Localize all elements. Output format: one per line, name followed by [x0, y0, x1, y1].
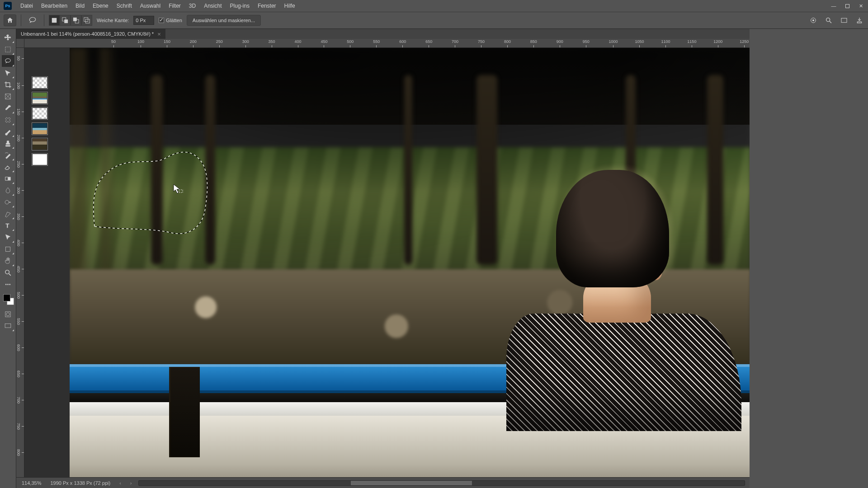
eraser-tool[interactable] — [2, 161, 14, 173]
zoom-display[interactable]: 114,35% — [22, 480, 41, 486]
type-tool[interactable]: T — [2, 220, 14, 231]
menu-fenster[interactable]: Fenster — [254, 1, 280, 10]
svg-rect-6 — [85, 19, 90, 23]
app-logo[interactable]: Ps — [4, 2, 12, 10]
frame-tool[interactable] — [2, 90, 14, 102]
selection-new-button[interactable] — [49, 15, 60, 26]
path-select-tool[interactable] — [2, 231, 14, 243]
svg-point-27 — [6, 312, 9, 315]
selection-intersect-button[interactable] — [81, 15, 92, 26]
layer-thumbnail[interactable] — [32, 154, 47, 165]
layer-thumbnail[interactable] — [32, 138, 47, 150]
image-viewport — [70, 48, 750, 477]
close-button[interactable]: ✕ — [855, 2, 866, 9]
color-swatches[interactable] — [2, 293, 14, 308]
arrange-icon[interactable] — [840, 16, 848, 24]
search-everywhere-icon[interactable] — [825, 16, 833, 24]
menu-filter[interactable]: Filter — [165, 1, 185, 10]
layer-thumbnail[interactable] — [32, 77, 47, 89]
feather-label: Weiche Kante: — [97, 18, 129, 23]
svg-rect-5 — [84, 18, 88, 22]
menu-plug-ins[interactable]: Plug-ins — [226, 1, 254, 10]
selection-subtract-button[interactable] — [71, 15, 81, 26]
divider — [21, 14, 21, 26]
feather-input[interactable] — [133, 16, 154, 25]
layer-thumbnail[interactable] — [32, 123, 47, 135]
menu-bearbeiten[interactable]: Bearbeiten — [37, 1, 71, 10]
quick-select-tool[interactable] — [2, 67, 14, 79]
menu-hilfe[interactable]: Hilfe — [280, 1, 299, 10]
ruler-origin[interactable] — [16, 39, 24, 48]
ruler-horizontal[interactable]: 5010015020025030035040045050055060065070… — [24, 39, 750, 48]
document-tabs: Unbenannt-1 bei 114% (person-4008516_192… — [16, 29, 750, 39]
options-bar: Weiche Kante: Glätten Auswählen und mask… — [0, 12, 868, 29]
share-icon[interactable] — [809, 16, 817, 24]
menu-schrift[interactable]: Schrift — [113, 1, 136, 10]
blur-tool[interactable] — [2, 184, 14, 196]
svg-point-23 — [5, 284, 6, 285]
eyedropper-tool[interactable] — [2, 102, 14, 114]
brush-tool[interactable] — [2, 126, 14, 137]
svg-rect-20 — [6, 247, 10, 251]
export-icon[interactable] — [855, 16, 863, 24]
home-button[interactable] — [4, 14, 16, 26]
zoom-tool[interactable] — [2, 267, 14, 278]
svg-rect-0 — [52, 18, 57, 23]
document-tab-title: Unbenannt-1 bei 114% (person-4008516_192… — [21, 31, 154, 37]
history-brush-tool[interactable] — [2, 149, 14, 161]
main-area: T Unbenannt-1 bei 114% (person-4008516_1… — [0, 29, 868, 488]
menu-ebene[interactable]: Ebene — [89, 1, 113, 10]
antialias-checkbox[interactable]: Glätten — [159, 18, 182, 23]
select-and-mask-button[interactable]: Auswählen und maskieren... — [187, 15, 261, 26]
dodge-tool[interactable] — [2, 196, 14, 208]
svg-point-25 — [9, 284, 10, 285]
menu-ansicht[interactable]: Ansicht — [200, 1, 226, 10]
ruler-vertical[interactable]: 5010015020025030035040045050055060065070… — [16, 48, 24, 477]
svg-point-21 — [5, 270, 9, 274]
menu-bild[interactable]: Bild — [71, 1, 89, 10]
svg-point-8 — [812, 19, 814, 21]
hand-tool[interactable] — [2, 255, 14, 267]
move-tool[interactable] — [2, 32, 14, 43]
marquee-tool[interactable] — [2, 43, 14, 55]
lasso-tool[interactable] — [2, 55, 14, 67]
gradient-tool[interactable] — [2, 173, 14, 184]
status-bar: 114,35% 1990 Px x 1338 Px (72 ppi) ‹ › — [16, 477, 750, 488]
menu-bar: Ps DateiBearbeitenBildEbeneSchriftAuswah… — [0, 0, 868, 12]
svg-rect-11 — [841, 18, 847, 22]
screen-mode-toggle[interactable] — [2, 320, 14, 332]
stamp-tool[interactable] — [2, 137, 14, 149]
divider — [44, 14, 44, 26]
shape-tool[interactable] — [2, 243, 14, 255]
svg-point-18 — [5, 200, 9, 204]
menu-3d[interactable]: 3D — [185, 1, 200, 10]
close-tab-icon[interactable]: × — [157, 31, 161, 38]
canvas[interactable] — [24, 48, 750, 477]
selection-add-button[interactable] — [60, 15, 71, 26]
svg-point-24 — [7, 284, 8, 285]
status-chevron-right-icon[interactable]: › — [130, 480, 132, 486]
heal-tool[interactable] — [2, 114, 14, 126]
toolbar: T — [0, 29, 16, 488]
svg-rect-28 — [5, 324, 11, 328]
layer-thumbnail[interactable] — [32, 108, 47, 119]
document-tab[interactable]: Unbenannt-1 bei 114% (person-4008516_192… — [16, 29, 165, 39]
maximize-button[interactable] — [842, 2, 853, 9]
edit-toolbar[interactable] — [2, 278, 14, 290]
svg-rect-17 — [5, 177, 8, 180]
menu-auswahl[interactable]: Auswahl — [136, 1, 165, 10]
canvas-region: 5010015020025030035040045050055060065070… — [16, 39, 750, 477]
quick-mask-toggle[interactable] — [2, 308, 14, 320]
minimize-button[interactable]: — — [828, 2, 839, 9]
crop-tool[interactable] — [2, 79, 14, 90]
menu-datei[interactable]: Datei — [16, 1, 37, 10]
svg-line-22 — [9, 273, 11, 275]
canvas-scrollbar-horizontal[interactable] — [138, 480, 745, 486]
pen-tool[interactable] — [2, 208, 14, 220]
svg-line-10 — [830, 21, 831, 23]
status-chevron-left-icon[interactable]: ‹ — [119, 480, 121, 486]
lasso-tool-preset[interactable] — [26, 15, 39, 26]
svg-rect-2 — [64, 19, 68, 23]
layer-thumbnail[interactable] — [32, 92, 47, 104]
svg-rect-26 — [5, 311, 10, 316]
